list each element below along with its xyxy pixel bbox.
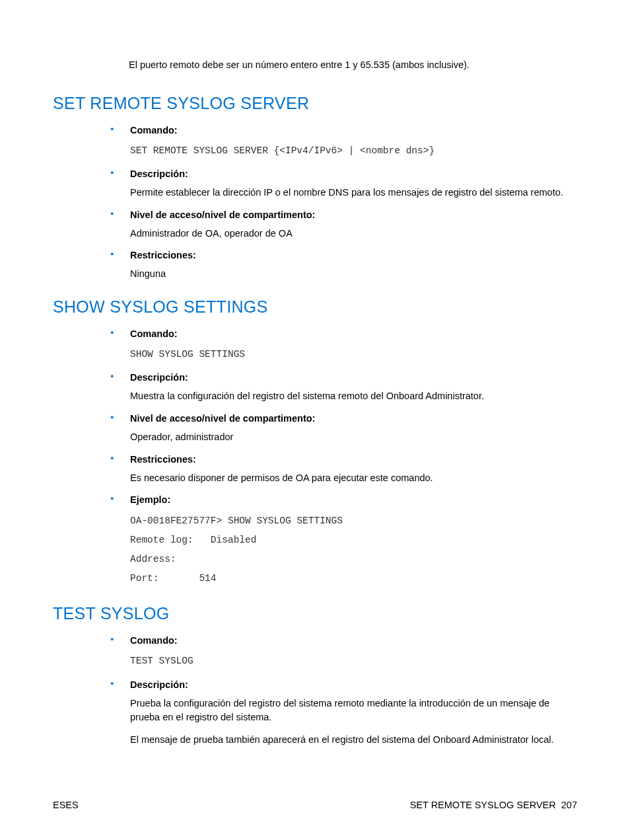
- item-label: Nivel de acceso/nivel de compartimento:: [130, 210, 577, 220]
- list-item: Restricciones: Es necesario disponer de …: [100, 454, 577, 486]
- list-item: Comando: SHOW SYSLOG SETTINGS: [100, 328, 577, 363]
- list-item: Comando: TEST SYSLOG: [100, 635, 577, 669]
- list-item: Descripción: Muestra la configuración de…: [100, 372, 577, 404]
- list-item: Descripción: Permite establecer la direc…: [100, 169, 577, 200]
- item-mono-block: OA-0018FE27577F> SHOW SYSLOG SETTINGS Re…: [130, 512, 577, 588]
- item-label: Restricciones:: [130, 454, 577, 465]
- item-label: Comando:: [130, 328, 577, 339]
- intro-text: El puerto remoto debe ser un número ente…: [129, 58, 577, 73]
- item-text: Administrador de OA, operador de OA: [130, 227, 577, 241]
- item-text: Es necesario disponer de permisos de OA …: [130, 471, 577, 486]
- item-mono: TEST SYSLOG: [130, 652, 577, 669]
- list-item: Nivel de acceso/nivel de compartimento: …: [100, 210, 577, 241]
- item-label: Nivel de acceso/nivel de compartimento:: [130, 413, 577, 424]
- section-title-test-syslog: TEST SYSLOG: [53, 604, 577, 623]
- list-item: Ejemplo: OA-0018FE27577F> SHOW SYSLOG SE…: [100, 494, 577, 588]
- item-mono: SHOW SYSLOG SETTINGS: [130, 346, 577, 363]
- item-text: El mensaje de prueba también aparecerá e…: [130, 733, 577, 747]
- list-item: Nivel de acceso/nivel de compartimento: …: [100, 413, 577, 445]
- item-text: Permite establecer la dirección IP o el …: [130, 186, 577, 200]
- item-text: Prueba la configuración del registro del…: [130, 697, 577, 726]
- list-item: Restricciones: Ninguna: [100, 250, 577, 282]
- list-item: Descripción: Prueba la configuración del…: [100, 679, 577, 747]
- cmd-list: Comando: SHOW SYSLOG SETTINGS Descripció…: [100, 328, 577, 588]
- item-text: Muestra la configuración del registro de…: [130, 389, 577, 404]
- list-item: Comando: SET REMOTE SYSLOG SERVER {<IPv4…: [100, 125, 577, 159]
- footer-right: SET REMOTE SYSLOG SERVER 207: [410, 800, 577, 810]
- item-text: Ninguna: [130, 267, 577, 282]
- section-title-set-remote-syslog-server: SET REMOTE SYSLOG SERVER: [53, 94, 577, 113]
- item-label: Descripción:: [130, 169, 577, 179]
- page: El puerto remoto debe ser un número ente…: [0, 0, 630, 840]
- item-label: Descripción:: [130, 372, 577, 383]
- item-label: Comando:: [130, 635, 577, 646]
- item-label: Ejemplo:: [130, 494, 577, 505]
- footer-title: SET REMOTE SYSLOG SERVER: [410, 800, 556, 810]
- footer-left: ESES: [53, 800, 79, 810]
- cmd-list: Comando: SET REMOTE SYSLOG SERVER {<IPv4…: [100, 125, 577, 282]
- footer-page-number: 207: [561, 800, 577, 810]
- item-label: Comando:: [130, 125, 577, 135]
- cmd-list: Comando: TEST SYSLOG Descripción: Prueba…: [100, 635, 577, 747]
- item-label: Descripción:: [130, 679, 577, 690]
- page-footer: ESES SET REMOTE SYSLOG SERVER 207: [53, 800, 577, 810]
- item-label: Restricciones:: [130, 250, 577, 260]
- item-text: Operador, administrador: [130, 430, 577, 445]
- item-mono: SET REMOTE SYSLOG SERVER {<IPv4/IPv6> | …: [130, 142, 577, 159]
- section-title-show-syslog-settings: SHOW SYSLOG SETTINGS: [53, 297, 577, 317]
